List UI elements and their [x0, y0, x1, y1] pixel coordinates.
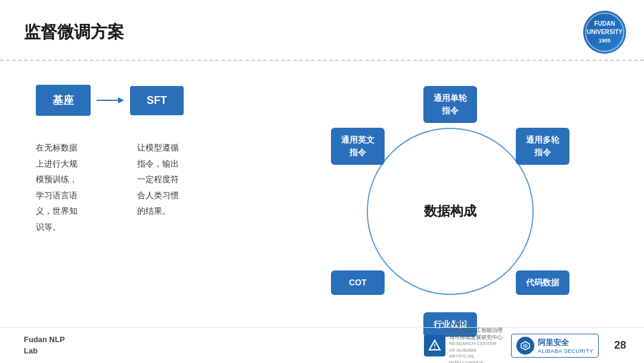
svg-point-4	[434, 347, 435, 349]
aaio-logo: AAIO 阿里巴巴人工智能治理与可持续发展研究中心 RESEARCH CENTE…	[424, 319, 503, 363]
node-bottom-right: 代码数据	[516, 270, 569, 295]
alibaba-security-logo: 阿里安全 ALIBABA SECURITY	[511, 334, 599, 358]
description-area: 在无标数据上进行大规模预训练，学习语言语义，世界知识等。 让模型遵循指令，输出一…	[36, 140, 274, 235]
node-top-left: 通用英文指令	[331, 128, 385, 165]
node-top-right: 通用多轮指令	[516, 128, 569, 165]
alibaba-icon	[516, 337, 534, 355]
lab-label: Fudan NLP Lab	[24, 334, 65, 356]
diagram-center-label: 数据构成	[424, 202, 476, 220]
right-section: 数据构成 通用单轮指令 通用多轮指令 代码数据 行业数据 COT 通用英文指令	[274, 73, 626, 355]
university-logo: FUDANUNIVERSITY1905	[583, 11, 626, 54]
aaio-text: AAIO 阿里巴巴人工智能治理与可持续发展研究中心 RESEARCH CENTE…	[449, 319, 503, 363]
node-cot: COT	[331, 270, 385, 295]
flow-box-sft: SFT	[130, 86, 184, 115]
desc-text-2: 让模型遵循指令，输出一定程度符合人类习惯的结果。	[137, 140, 221, 235]
flow-diagram: 基座 SFT	[36, 85, 274, 116]
aaio-icon	[424, 335, 445, 356]
footer-logos: AAIO 阿里巴巴人工智能治理与可持续发展研究中心 RESEARCH CENTE…	[424, 319, 599, 363]
page-title: 监督微调方案	[24, 21, 124, 44]
node-top: 通用单轮指令	[423, 86, 477, 123]
left-section: 基座 SFT 在无标数据上进行大规模预训练，学习语言语义，世界知识等。 让模型遵…	[24, 73, 274, 355]
flow-arrow	[95, 94, 125, 106]
main-content: 基座 SFT 在无标数据上进行大规模预训练，学习语言语义，世界知识等。 让模型遵…	[0, 61, 644, 361]
desc-text-1: 在无标数据上进行大规模预训练，学习语言语义，世界知识等。	[36, 140, 119, 235]
footer: Fudan NLP Lab AAIO 阿里巴巴人工智能治理与可持续发展研究中心 …	[0, 327, 644, 363]
circle-diagram: 数据构成 通用单轮指令 通用多轮指令 代码数据 行业数据 COT 通用英文指令	[319, 80, 581, 343]
svg-marker-1	[118, 97, 124, 103]
flow-box-base: 基座	[36, 85, 91, 116]
header: 监督微调方案 FUDANUNIVERSITY1905	[0, 0, 644, 61]
page-number: 28	[614, 339, 626, 352]
alibaba-text-block: 阿里安全 ALIBABA SECURITY	[538, 337, 593, 354]
footer-right: AAIO 阿里巴巴人工智能治理与可持续发展研究中心 RESEARCH CENTE…	[424, 319, 626, 363]
